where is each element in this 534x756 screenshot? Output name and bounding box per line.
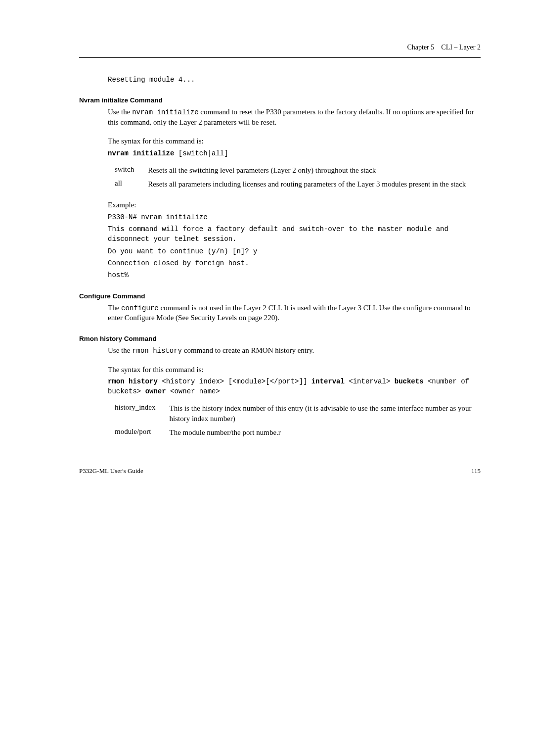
nvram-opt-term: switch: [115, 163, 148, 177]
nvram-opt-desc: Resets all the switching level parameter…: [148, 163, 466, 177]
rmon-syntax-p7: owner: [145, 387, 166, 395]
configure-para-a: The: [108, 304, 121, 312]
rmon-para-code: rmon history: [132, 347, 182, 355]
nvram-para1-code: nvram initialize: [132, 108, 198, 116]
rmon-opt-row: module/port The module number/the port n…: [115, 425, 481, 439]
rmon-para: Use the rmon history command to create a…: [108, 345, 481, 356]
configure-para: The configure command is not used in the…: [108, 303, 481, 323]
nvram-syntax-cmd: nvram initialize [switch|all]: [108, 148, 481, 158]
rmon-para-a: Use the: [108, 346, 132, 354]
nvram-para1: Use the nvram initialize command to rese…: [108, 107, 481, 127]
chapter-title: CLI – Layer 2: [441, 44, 481, 51]
rmon-syntax-p5: buckets: [395, 378, 424, 385]
rmon-opt-desc: The module number/the port numbe.r: [170, 425, 481, 439]
rmon-syntax-p2: <history index> [<module>[</port>]]: [158, 378, 312, 385]
nvram-example-line: Connection closed by foreign host.: [108, 258, 481, 268]
rmon-opt-term: module/port: [115, 425, 170, 439]
nvram-opt-row: switch Resets all the switching level pa…: [115, 163, 466, 177]
nvram-syntax-rest: [switch|all]: [174, 149, 228, 157]
footer-page-number: 115: [471, 467, 481, 475]
chapter-label: Chapter 5: [407, 44, 434, 51]
configure-para-b: command is not used in the Layer 2 CLI. …: [108, 304, 470, 322]
rmon-syntax-p1: rmon history: [108, 378, 158, 385]
section-title-nvram: Nvram initialize Command: [79, 96, 481, 104]
configure-para-code: configure: [121, 304, 159, 312]
nvram-opt-term: all: [115, 177, 148, 191]
rmon-options: history_index This is the history index …: [115, 401, 481, 439]
nvram-example-label: Example:: [108, 200, 481, 210]
nvram-example-line: host%: [108, 270, 481, 280]
section-title-rmon: Rmon history Command: [79, 335, 481, 342]
rmon-syntax-p4: <interval>: [345, 378, 395, 385]
page-header: Chapter 5 CLI – Layer 2: [79, 44, 481, 51]
rmon-syntax-p3: interval: [312, 378, 345, 385]
nvram-syntax-label: The syntax for this command is:: [108, 136, 481, 146]
nvram-para1-a: Use the: [108, 108, 132, 116]
rmon-opt-row: history_index This is the history index …: [115, 401, 481, 425]
rmon-opt-desc: This is the history index number of this…: [170, 401, 481, 425]
nvram-example-line: Do you want to continue (y/n) [n]? y: [108, 246, 481, 256]
rmon-syntax-cmd: rmon history <history index> [<module>[<…: [108, 377, 481, 397]
rmon-syntax-label: The syntax for this command is:: [108, 365, 481, 375]
nvram-syntax-bold: nvram initialize: [108, 149, 174, 157]
nvram-opt-desc: Resets all parameters including licenses…: [148, 177, 466, 191]
nvram-example-line: P330-N# nvram initialize: [108, 212, 481, 222]
page-footer: P332G-ML User's Guide 115: [79, 467, 481, 475]
rmon-syntax-p8: <owner name>: [166, 387, 220, 395]
nvram-example-line: This command will force a factory defaul…: [108, 224, 481, 244]
section-title-configure: Configure Command: [79, 292, 481, 300]
rmon-para-b: command to create an RMON history entry.: [182, 346, 314, 354]
code-reset-line: Resetting module 4...: [108, 75, 481, 85]
header-rule: [79, 57, 481, 58]
footer-left: P332G-ML User's Guide: [79, 467, 143, 475]
rmon-opt-term: history_index: [115, 401, 170, 425]
nvram-opt-row: all Resets all parameters including lice…: [115, 177, 466, 191]
nvram-options: switch Resets all the switching level pa…: [115, 163, 466, 191]
